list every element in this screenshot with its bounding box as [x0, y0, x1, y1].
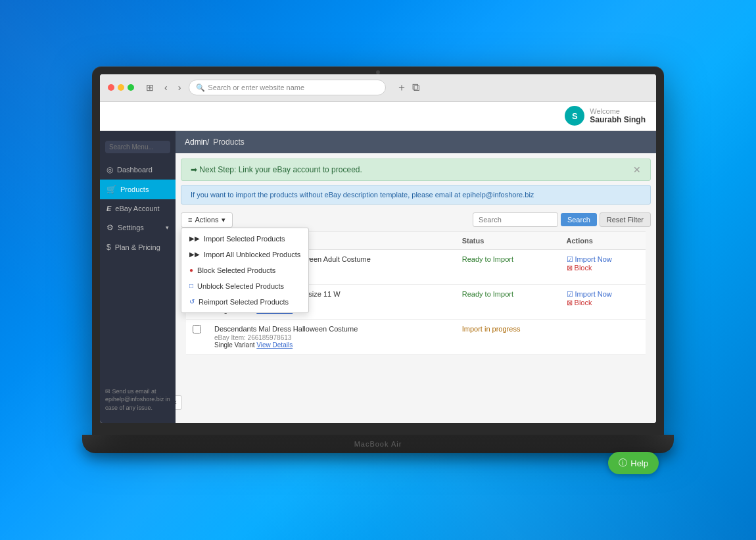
help-label: Help	[630, 458, 648, 468]
import-now-link-2[interactable]: ☑ Import Now	[567, 290, 640, 299]
main-content: ➡ Next Step: Link your eBay account to p…	[176, 153, 656, 423]
menu-import-selected-label: Import Selected Products	[204, 235, 285, 243]
footer-email-text: ✉ Send us email at epihelp@infoshore.biz…	[105, 388, 170, 411]
maximize-traffic-light[interactable]	[128, 84, 134, 91]
alert-banner: ➡ Next Step: Link your eBay account to p…	[181, 159, 651, 181]
address-placeholder: Search or enter website name	[208, 84, 304, 91]
row-actions-3	[560, 319, 646, 354]
user-text: Welcome Saurabh Singh	[590, 107, 646, 124]
laptop-screen: ⊞ ‹ › 🔍 Search or enter website name ＋ ⧉	[100, 74, 656, 423]
info-banner: If you want to import the products witho…	[181, 185, 651, 205]
breadcrumb-admin[interactable]: Admin/	[185, 137, 209, 147]
close-traffic-light[interactable]	[108, 84, 114, 91]
alert-close-button[interactable]: ✕	[633, 164, 641, 175]
menu-block-label: Block Selected Products	[197, 266, 275, 274]
menu-reimport-label: Reimport Selected Products	[199, 298, 289, 306]
back-button[interactable]: ‹	[162, 81, 170, 94]
minimize-traffic-light[interactable]	[118, 84, 124, 91]
actions-menu: ▶▶ Import Selected Products ▶▶ Import Al…	[181, 228, 309, 313]
search-button[interactable]: Search	[561, 213, 597, 226]
sidebar-item-ebay-account[interactable]: E eBay Account	[100, 199, 176, 218]
settings-icon: ⚙	[106, 223, 114, 232]
breadcrumb-current: Products	[213, 137, 244, 147]
welcome-label: Welcome	[590, 107, 646, 115]
menu-import-selected[interactable]: ▶▶ Import Selected Products	[181, 231, 308, 247]
window-layout-icon: ⊞	[146, 82, 154, 93]
browser: ⊞ ‹ › 🔍 Search or enter website name ＋ ⧉	[100, 74, 656, 423]
actions-button[interactable]: ≡ Actions ▾	[181, 212, 233, 228]
view-details-link-3[interactable]: View Details	[256, 341, 293, 349]
products-icon: 🛒	[106, 185, 116, 194]
search-icon: 🔍	[196, 84, 205, 92]
sidebar-label-dashboard: Dashboard	[117, 166, 153, 174]
app-body: ◎ Dashboard 🛒 Products E eBay Account	[100, 131, 656, 423]
sidebar-footer: ✉ Send us email at epihelp@infoshore.biz…	[100, 382, 176, 418]
reset-filter-button[interactable]: Reset Filter	[600, 212, 651, 227]
sidebar-search-container	[100, 136, 176, 157]
menu-import-all[interactable]: ▶▶ Import All Unblocked Products	[181, 247, 308, 262]
app-header: S Welcome Saurabh Singh	[100, 102, 656, 131]
content-toolbar: ≡ Actions ▾ ▶▶ Import Selected Product	[176, 209, 656, 232]
sidebar: ◎ Dashboard 🛒 Products E eBay Account	[100, 131, 176, 423]
search-area: Search Reset Filter	[473, 212, 651, 227]
chevron-down-icon: ▾	[166, 224, 169, 231]
import-now-link-1[interactable]: ☑ Import Now	[567, 255, 640, 264]
info-text: If you want to import the products witho…	[191, 191, 534, 199]
traffic-lights	[108, 84, 134, 91]
help-button[interactable]: ⓘ Help	[608, 452, 659, 474]
menu-reimport-selected[interactable]: ↺ Reimport Selected Products	[181, 294, 308, 310]
sidebar-item-products[interactable]: 🛒 Products	[100, 180, 176, 199]
breadcrumb: Admin/ Products	[176, 131, 656, 153]
sidebar-item-dashboard[interactable]: ◎ Dashboard	[100, 160, 176, 180]
sidebar-item-plan-pricing[interactable]: $ Plan & Pricing	[100, 237, 176, 257]
block-link-2[interactable]: ⊠ Block	[567, 299, 640, 307]
row-status-1: Ready to Import	[456, 249, 560, 284]
new-tab-button[interactable]: ＋	[396, 81, 407, 95]
menu-import-all-label: Import All Unblocked Products	[204, 251, 300, 258]
sidebar-label-pricing: Plan & Pricing	[115, 243, 160, 251]
user-name: Saurabh Singh	[590, 115, 646, 124]
search-input[interactable]	[473, 212, 558, 227]
browser-actions: ＋ ⧉	[396, 81, 419, 95]
search-menu-input[interactable]	[105, 141, 170, 153]
row-actions-1: ☑ Import Now ⊠ Block	[560, 249, 646, 284]
row-status-2: Ready to Import	[456, 284, 560, 319]
browser-toolbar: ⊞ ‹ › 🔍 Search or enter website name ＋ ⧉	[100, 74, 656, 102]
dashboard-icon: ◎	[106, 165, 113, 174]
table-row: Descendants Mal Dress Halloween Costume …	[186, 319, 646, 354]
menu-unblock-selected[interactable]: □ Unblock Selected Products	[181, 278, 308, 294]
help-icon: ⓘ	[619, 457, 627, 469]
sidebar-label-ebay: eBay Account	[115, 205, 159, 212]
block-link-1[interactable]: ⊠ Block	[567, 264, 640, 272]
screen-bezel: ⊞ ‹ › 🔍 Search or enter website name ＋ ⧉	[92, 66, 664, 435]
sidebar-item-settings[interactable]: ⚙ Settings ▾	[100, 218, 176, 237]
laptop-container: ⊞ ‹ › 🔍 Search or enter website name ＋ ⧉	[92, 66, 664, 474]
import-all-icon: ▶▶	[189, 251, 200, 258]
laptop-model-label: MacBook Air	[354, 440, 402, 448]
alert-text: ➡ Next Step: Link your eBay account to p…	[191, 165, 362, 174]
reimport-icon: ↺	[189, 298, 195, 305]
collapse-sidebar-button[interactable]: «	[176, 395, 182, 410]
menu-unblock-label: Unblock Selected Products	[197, 282, 284, 290]
actions-label: Actions	[195, 216, 218, 224]
sidebar-label-settings: Settings	[118, 224, 144, 232]
avatar: S	[565, 106, 584, 126]
col-actions: Actions	[560, 232, 646, 249]
row-status-3: Import in progress	[456, 319, 560, 354]
user-info: S Welcome Saurabh Singh	[565, 106, 646, 126]
row-checkbox-3[interactable]	[186, 319, 208, 354]
block-icon: ●	[189, 266, 193, 274]
ebay-icon: E	[106, 205, 111, 212]
duplicate-button[interactable]: ⧉	[412, 81, 419, 95]
forward-button[interactable]: ›	[176, 81, 184, 94]
import-selected-icon: ▶▶	[189, 235, 200, 242]
laptop-base: MacBook Air	[82, 435, 674, 453]
row-actions-2: ☑ Import Now ⊠ Block	[560, 284, 646, 319]
col-status: Status	[456, 232, 560, 249]
pricing-icon: $	[106, 243, 111, 252]
address-bar[interactable]: 🔍 Search or enter website name	[189, 80, 386, 95]
actions-chevron: ▾	[222, 216, 225, 224]
actions-dropdown[interactable]: ≡ Actions ▾ ▶▶ Import Selected Product	[181, 212, 233, 228]
menu-block-selected[interactable]: ● Block Selected Products	[181, 262, 308, 278]
row-product-3: Descendants Mal Dress Halloween Costume …	[208, 319, 456, 354]
